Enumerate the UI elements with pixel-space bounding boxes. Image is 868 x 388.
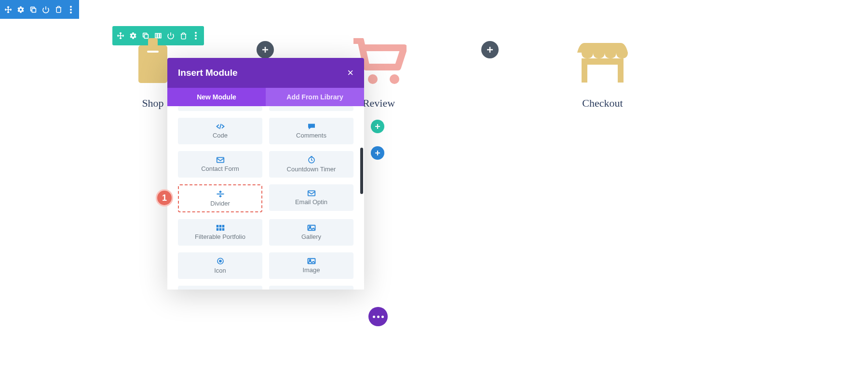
svg-rect-23 xyxy=(222,225,224,227)
move-icon[interactable] xyxy=(116,31,125,40)
module-image[interactable]: Image xyxy=(269,252,353,279)
callout-badge: 1 xyxy=(156,189,173,207)
section-toolbar xyxy=(0,0,79,19)
module-filterable-portfolio[interactable]: Filterable Portfolio xyxy=(178,219,262,246)
gear-icon[interactable] xyxy=(16,5,25,14)
module-code[interactable]: Code xyxy=(178,118,262,144)
more-icon[interactable] xyxy=(191,31,200,40)
module-gallery[interactable]: Gallery xyxy=(269,219,353,246)
svg-point-2 xyxy=(70,9,72,11)
column-label: Review xyxy=(363,97,395,110)
svg-rect-13 xyxy=(148,38,158,48)
trash-icon[interactable] xyxy=(179,31,188,40)
circle-icon xyxy=(217,257,224,265)
svg-point-14 xyxy=(368,74,378,84)
module-icon[interactable]: Icon xyxy=(178,252,262,279)
trash-icon[interactable] xyxy=(54,5,63,14)
page-settings-button[interactable] xyxy=(368,307,388,326)
module-label: Divider xyxy=(210,200,230,207)
svg-rect-5 xyxy=(155,33,157,38)
module-email-optin[interactable]: Email Optin xyxy=(269,184,353,211)
ellipsis-icon xyxy=(373,316,384,318)
svg-rect-31 xyxy=(308,259,315,264)
tab-add-from-library[interactable]: Add From Library xyxy=(266,88,364,106)
module-card[interactable] xyxy=(178,106,262,111)
add-module-button[interactable] xyxy=(257,41,274,58)
svg-point-15 xyxy=(390,74,399,84)
svg-rect-26 xyxy=(222,228,224,231)
more-icon[interactable] xyxy=(67,5,75,14)
column-label: Shop xyxy=(142,97,163,110)
svg-rect-22 xyxy=(219,225,221,227)
mail-icon xyxy=(307,190,316,196)
module-card[interactable] xyxy=(269,286,353,290)
scrollbar-thumb[interactable] xyxy=(360,148,363,194)
svg-point-3 xyxy=(70,12,72,14)
module-label: Icon xyxy=(214,267,226,274)
move-icon[interactable] xyxy=(4,5,13,14)
svg-point-10 xyxy=(195,38,197,40)
module-contact-form[interactable]: Contact Form xyxy=(178,151,262,178)
modal-tabs: New Module Add From Library xyxy=(167,88,364,106)
image-icon xyxy=(307,258,316,264)
module-comments[interactable]: Comments xyxy=(269,118,353,144)
svg-rect-18 xyxy=(217,157,223,162)
module-countdown-timer[interactable]: Countdown Timer xyxy=(269,151,353,178)
module-label: Contact Form xyxy=(201,165,239,172)
code-icon xyxy=(216,123,225,130)
svg-rect-0 xyxy=(32,8,36,12)
module-label: Countdown Timer xyxy=(287,166,336,173)
chat-icon xyxy=(307,123,316,130)
module-label: Code xyxy=(213,132,228,139)
module-divider[interactable]: Divider xyxy=(178,184,262,212)
svg-rect-25 xyxy=(219,228,221,231)
svg-point-1 xyxy=(70,6,72,8)
module-label: Gallery xyxy=(301,233,321,240)
module-card[interactable] xyxy=(178,286,262,290)
module-card[interactable] xyxy=(269,106,353,111)
column-checkout: Checkout xyxy=(575,38,630,110)
grid-icon xyxy=(216,224,225,231)
tab-new-module[interactable]: New Module xyxy=(167,88,266,106)
svg-point-30 xyxy=(219,260,221,262)
module-label: Image xyxy=(302,266,320,274)
modal-title: Insert Module xyxy=(178,68,238,78)
add-row-button[interactable] xyxy=(371,120,384,133)
close-icon[interactable]: × xyxy=(347,67,353,79)
svg-point-8 xyxy=(195,32,197,34)
insert-module-modal: Insert Module × New Module Add From Libr… xyxy=(167,58,364,290)
modal-header: Insert Module × xyxy=(167,58,364,88)
column-label: Checkout xyxy=(582,97,623,110)
divider-icon xyxy=(216,190,225,198)
svg-rect-12 xyxy=(147,51,159,53)
storefront-icon xyxy=(575,38,630,86)
image-icon xyxy=(307,224,316,231)
svg-rect-6 xyxy=(158,33,159,38)
svg-rect-7 xyxy=(160,33,161,38)
modal-body: Code Comments Contact Form Countdown Tim… xyxy=(167,106,364,290)
module-label: Comments xyxy=(296,132,326,139)
add-module-button[interactable] xyxy=(481,41,499,58)
svg-rect-17 xyxy=(587,65,618,83)
svg-rect-24 xyxy=(216,228,218,231)
svg-point-9 xyxy=(195,35,197,37)
timer-icon xyxy=(308,156,315,164)
callout-number: 1 xyxy=(162,193,167,203)
svg-rect-21 xyxy=(216,225,218,227)
duplicate-icon[interactable] xyxy=(29,5,38,14)
add-section-button[interactable] xyxy=(371,146,384,160)
power-icon[interactable] xyxy=(41,5,50,14)
module-label: Email Optin xyxy=(295,198,327,206)
mail-icon xyxy=(216,157,225,163)
svg-rect-20 xyxy=(308,191,314,195)
module-label: Filterable Portfolio xyxy=(195,233,245,240)
svg-rect-27 xyxy=(308,225,315,231)
